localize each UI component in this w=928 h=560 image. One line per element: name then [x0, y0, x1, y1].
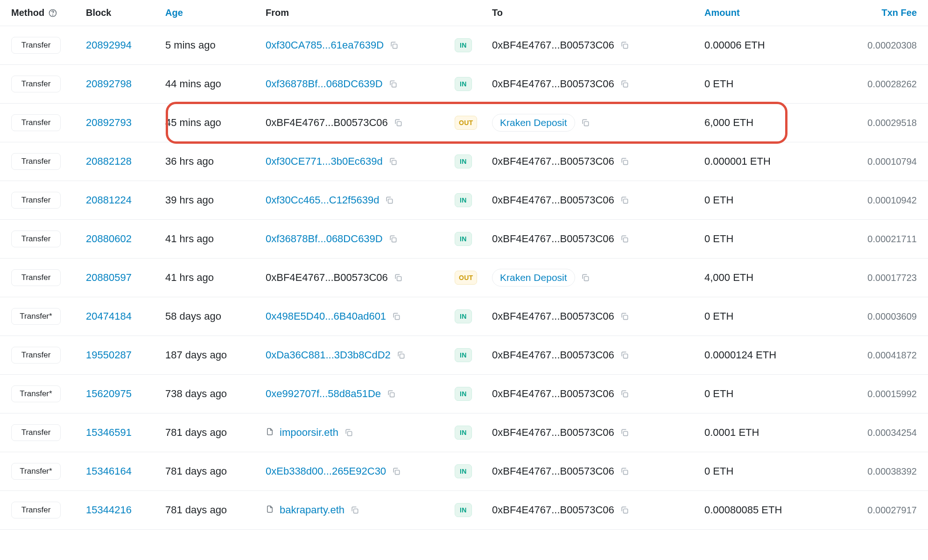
txn-fee-value: 0.00021711 — [867, 234, 917, 245]
from-address: 0xBF4E4767...B00573C06 — [266, 117, 388, 129]
from-address[interactable]: 0xf30Cc465...C12f5639d — [266, 194, 379, 206]
header-amount[interactable]: Amount — [704, 7, 826, 18]
copy-icon[interactable] — [618, 77, 631, 91]
copy-icon[interactable] — [618, 465, 631, 478]
svg-rect-25 — [623, 470, 627, 475]
block-link[interactable]: 20881224 — [86, 194, 132, 206]
transactions-wrapper: Method Block Age From To Amount Txn Fee … — [0, 0, 928, 530]
from-address[interactable]: 0xf30CA785...61ea7639D — [266, 39, 384, 51]
contract-icon — [266, 505, 276, 515]
txn-fee-value: 0.00020308 — [867, 40, 917, 51]
from-address[interactable]: 0xe992707f...58d8a51De — [266, 388, 381, 400]
method-badge[interactable]: Transfer — [11, 37, 61, 54]
svg-rect-20 — [390, 393, 394, 397]
copy-icon[interactable] — [348, 504, 361, 517]
table-row: Transfer*15620975738 days ago0xe992707f.… — [0, 375, 928, 413]
to-address: 0xBF4E4767...B00573C06 — [492, 155, 614, 168]
copy-icon[interactable] — [390, 465, 403, 478]
copy-icon[interactable] — [618, 155, 631, 168]
block-link[interactable]: 15346164 — [86, 465, 132, 477]
method-badge[interactable]: Transfer — [11, 502, 61, 518]
amount-value: 0 ETH — [704, 310, 733, 322]
copy-icon[interactable] — [342, 426, 355, 439]
method-badge[interactable]: Transfer* — [11, 308, 61, 325]
contract-icon — [266, 427, 276, 438]
method-badge[interactable]: Transfer* — [11, 463, 61, 480]
svg-rect-23 — [623, 432, 627, 436]
block-link[interactable]: 20474184 — [86, 310, 132, 322]
to-address: 0xBF4E4767...B00573C06 — [492, 310, 614, 322]
copy-icon[interactable] — [394, 349, 408, 362]
copy-icon[interactable] — [618, 504, 631, 517]
header-txnfee[interactable]: Txn Fee — [826, 7, 917, 18]
copy-icon[interactable] — [618, 39, 631, 52]
copy-icon[interactable] — [387, 77, 400, 91]
copy-icon[interactable] — [392, 271, 405, 284]
amount-value: 0.00080085 ETH — [704, 504, 782, 516]
block-link[interactable]: 19550287 — [86, 349, 132, 361]
copy-icon[interactable] — [390, 310, 403, 323]
copy-icon[interactable] — [387, 39, 401, 52]
amount-value: 0 ETH — [704, 465, 733, 477]
block-link[interactable]: 15344216 — [86, 504, 132, 516]
copy-icon[interactable] — [387, 232, 400, 245]
block-link[interactable]: 20892798 — [86, 78, 132, 90]
method-badge[interactable]: Transfer — [11, 347, 61, 364]
method-badge[interactable]: Transfer — [11, 424, 61, 441]
from-address[interactable]: 0x498E5D40...6B40ad601 — [266, 310, 386, 322]
method-badge[interactable]: Transfer — [11, 153, 61, 170]
copy-icon[interactable] — [387, 155, 400, 168]
svg-rect-2 — [393, 44, 397, 49]
from-address[interactable]: 0xEb338d00...265E92C30 — [266, 465, 386, 477]
to-address-label[interactable]: Kraken Deposit — [492, 114, 575, 132]
block-link[interactable]: 15346591 — [86, 427, 132, 439]
copy-icon[interactable] — [618, 349, 631, 362]
table-row: Transfer19550287187 days ago0xDa36C881..… — [0, 336, 928, 375]
direction-in-badge: IN — [455, 464, 472, 478]
block-link[interactable]: 20882128 — [86, 155, 132, 168]
from-address[interactable]: 0xf36878Bf...068DC639D — [266, 78, 383, 90]
copy-icon[interactable] — [618, 194, 631, 207]
header-age[interactable]: Age — [165, 7, 266, 18]
to-address-label[interactable]: Kraken Deposit — [492, 269, 575, 287]
from-address[interactable]: 0xDa36C881...3D3b8CdD2 — [266, 349, 391, 361]
direction-in-badge: IN — [455, 77, 472, 91]
block-link[interactable]: 20880602 — [86, 233, 132, 245]
age-text: 781 days ago — [165, 465, 227, 477]
from-address[interactable]: 0xf36878Bf...068DC639D — [266, 233, 383, 245]
method-badge[interactable]: Transfer — [11, 231, 61, 247]
copy-icon[interactable] — [579, 116, 592, 129]
copy-icon[interactable] — [618, 426, 631, 439]
table-row: Transfer15346591781 days agoimpoorsir.et… — [0, 413, 928, 452]
copy-icon[interactable] — [383, 194, 396, 207]
txn-fee-value: 0.00003609 — [867, 311, 917, 322]
from-address[interactable]: 0xf30CE771...3b0Ec639d — [266, 155, 383, 168]
copy-icon[interactable] — [618, 310, 631, 323]
age-text: 781 days ago — [165, 427, 227, 439]
method-badge[interactable]: Transfer — [11, 76, 61, 92]
copy-icon[interactable] — [385, 387, 398, 400]
method-badge[interactable]: Transfer — [11, 269, 61, 286]
amount-value: 0 ETH — [704, 233, 733, 245]
copy-icon[interactable] — [579, 271, 592, 284]
svg-rect-11 — [623, 199, 627, 203]
method-badge[interactable]: Transfer* — [11, 385, 61, 402]
copy-icon[interactable] — [392, 116, 405, 129]
age-text: 45 mins ago — [165, 117, 221, 129]
block-link[interactable]: 20892793 — [86, 117, 132, 129]
help-icon[interactable] — [48, 8, 57, 18]
from-address[interactable]: impoorsir.eth — [280, 427, 338, 439]
direction-in-badge: IN — [455, 232, 472, 246]
block-link[interactable]: 20880597 — [86, 272, 132, 284]
txn-fee-value: 0.00015992 — [867, 389, 917, 399]
method-badge[interactable]: Transfer — [11, 114, 61, 131]
age-text: 58 days ago — [165, 310, 221, 322]
txn-fee-value: 0.00041872 — [867, 350, 917, 361]
block-link[interactable]: 20892994 — [86, 39, 132, 51]
from-address[interactable]: bakraparty.eth — [280, 504, 344, 516]
block-link[interactable]: 15620975 — [86, 388, 132, 400]
copy-icon[interactable] — [618, 387, 631, 400]
method-badge[interactable]: Transfer — [11, 192, 61, 209]
copy-icon[interactable] — [618, 232, 631, 245]
table-row: Transfer2088060241 hrs ago0xf36878Bf...0… — [0, 220, 928, 259]
